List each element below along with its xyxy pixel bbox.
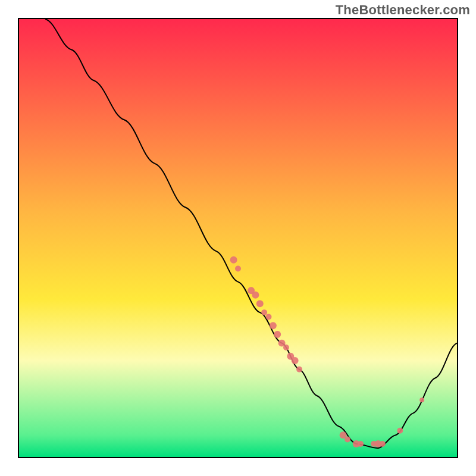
data-point	[270, 322, 277, 329]
data-point	[256, 300, 264, 307]
data-point	[345, 437, 350, 443]
data-point	[419, 397, 424, 402]
data-point	[380, 441, 386, 447]
data-point	[252, 292, 259, 299]
data-point	[235, 266, 241, 272]
data-point	[274, 331, 281, 338]
chart-frame: TheBottlenecker.com	[0, 0, 476, 476]
data-point	[397, 428, 403, 434]
data-point	[283, 345, 289, 350]
data-point	[296, 367, 302, 372]
plot-area	[18, 18, 458, 458]
data-points-layer	[19, 19, 457, 457]
data-point	[266, 314, 272, 320]
data-point	[261, 309, 267, 315]
data-point	[358, 441, 364, 447]
data-point	[292, 357, 299, 364]
data-point	[230, 256, 237, 264]
watermark-text: TheBottlenecker.com	[336, 2, 470, 18]
